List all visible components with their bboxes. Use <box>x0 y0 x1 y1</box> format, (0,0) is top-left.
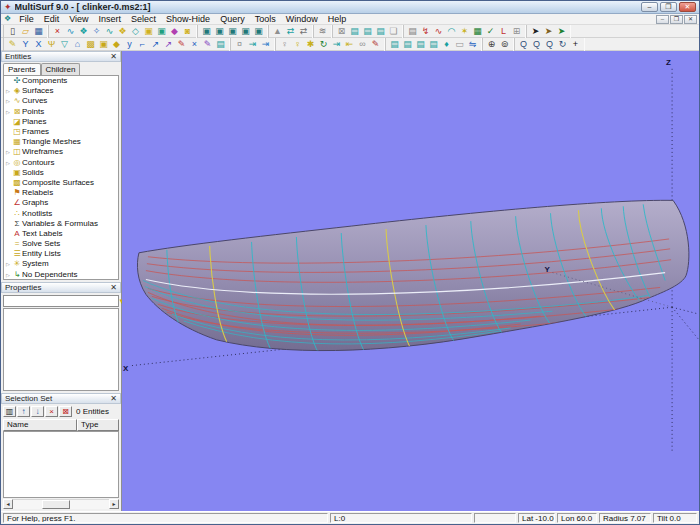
tree-item-planes[interactable]: ◪Planes <box>4 117 118 127</box>
step-fwd-icon[interactable]: ⇥ <box>330 38 343 50</box>
copy-view2-icon[interactable]: ▤ <box>401 38 414 50</box>
insert-magnet-icon[interactable]: ❖ <box>116 25 129 37</box>
tree-item-contours[interactable]: ▷◎Contours <box>4 158 118 168</box>
properties-filter-input[interactable] <box>4 296 118 306</box>
menu-tools[interactable]: Tools <box>250 14 281 25</box>
select-query-cursor-icon[interactable]: ➤ <box>555 25 568 37</box>
menu-file[interactable]: File <box>14 14 39 25</box>
insert-ring-icon[interactable]: ◇ <box>129 25 142 37</box>
selection-close-icon[interactable]: ✕ <box>110 395 117 403</box>
view-window-1-icon[interactable]: ▣ <box>200 25 213 37</box>
menu-edit[interactable]: Edit <box>39 14 65 25</box>
tree-item-solve-sets[interactable]: =Solve Sets <box>4 239 118 249</box>
corner-tool-icon[interactable]: ⌐ <box>136 38 149 50</box>
paste-entity-icon[interactable]: ▤ <box>361 25 374 37</box>
tree-item-triangle-meshes[interactable]: ▦Triangle Meshes <box>4 137 118 147</box>
tree-item-composite-surfaces[interactable]: ▩Composite Surfaces <box>4 178 118 188</box>
insert-bead-icon[interactable]: ▣ <box>142 25 155 37</box>
scroll-left-icon[interactable]: ◂ <box>3 499 13 509</box>
remove-button[interactable]: × <box>45 406 58 417</box>
insert-curve-icon[interactable]: ∿ <box>64 25 77 37</box>
open-file-icon[interactable]: ▱ <box>19 25 32 37</box>
diamond-tool-icon[interactable]: ◆ <box>110 38 123 50</box>
remove-all-button[interactable]: ⊠ <box>59 406 72 417</box>
tree-item-text-labels[interactable]: AText Labels <box>4 229 118 239</box>
save-file-icon[interactable]: ▦ <box>32 25 45 37</box>
expand-arrow-icon[interactable]: ▷ <box>4 88 12 94</box>
annotate-icon[interactable]: ✎ <box>369 38 382 50</box>
target-icon[interactable]: ⊕ <box>485 38 498 50</box>
tree-item-no-dependents[interactable]: ▷↳No Dependents <box>4 270 118 280</box>
view-window-2-icon[interactable]: ▣ <box>213 25 226 37</box>
minimize-button[interactable]: – <box>641 2 658 12</box>
tree-item-graphs[interactable]: ∠Graphs <box>4 198 118 208</box>
child-restore-button[interactable]: ❐ <box>670 15 683 24</box>
exchange-icon[interactable]: ⇋ <box>466 38 479 50</box>
tree-item-surfaces[interactable]: ▷◈Surfaces <box>4 86 118 96</box>
insert-point-icon[interactable]: ✧ <box>90 25 103 37</box>
vector-tool-icon[interactable]: ↗ <box>149 38 162 50</box>
menu-select[interactable]: Select <box>126 14 161 25</box>
pen-red-tool-icon[interactable]: ✎ <box>175 38 188 50</box>
home-tool-icon[interactable]: ⌂ <box>71 38 84 50</box>
diamond-view-icon[interactable]: ♦ <box>440 38 453 50</box>
mail-view-icon[interactable]: ▭ <box>453 38 466 50</box>
show-all-icon[interactable]: ♀ <box>291 38 304 50</box>
grid-icon[interactable]: ▤ <box>406 25 419 37</box>
x-axis-tool-icon[interactable]: X <box>32 38 45 50</box>
tab-right-icon[interactable]: ⇥ <box>246 38 259 50</box>
mesh-icon[interactable]: ▦ <box>471 25 484 37</box>
step-back-icon[interactable]: ⇤ <box>343 38 356 50</box>
comment-icon[interactable]: ❏ <box>387 25 400 37</box>
entities-close-icon[interactable]: ✕ <box>110 53 117 61</box>
tree-item-system[interactable]: ▷✳System <box>4 259 118 269</box>
columns-button[interactable]: ▥ <box>3 406 16 417</box>
tree-item-frames[interactable]: ◳Frames <box>4 127 118 137</box>
tree-item-variables-formulas[interactable]: ΣVariables & Formulas <box>4 219 118 229</box>
insert-contour-icon[interactable]: ◙ <box>181 25 194 37</box>
tree-item-solids[interactable]: ▣Solids <box>4 168 118 178</box>
view-window-4-icon[interactable]: ▣ <box>239 25 252 37</box>
arc-icon[interactable]: ◠ <box>445 25 458 37</box>
view-window-5-icon[interactable]: ▣ <box>252 25 265 37</box>
error-check-icon[interactable]: ▲ <box>271 25 284 37</box>
scroll-right-icon[interactable]: ▸ <box>109 499 119 509</box>
cell-tool-icon[interactable]: ▣ <box>97 38 110 50</box>
selection-hscrollbar[interactable]: ◂ ▸ <box>3 499 119 509</box>
rotate-view-icon[interactable]: ↻ <box>556 38 569 50</box>
maximize-button[interactable]: ❐ <box>660 2 677 12</box>
show-icon[interactable]: ♀ <box>278 38 291 50</box>
swap-view-icon[interactable]: ⇄ <box>284 25 297 37</box>
child-close-button[interactable]: ✕ <box>684 15 697 24</box>
tree-item-knotlists[interactable]: ∴Knotlists <box>4 208 118 218</box>
tab-children[interactable]: Children <box>41 63 81 75</box>
select-cursor-icon[interactable]: ➤ <box>529 25 542 37</box>
column-header-type[interactable]: Type <box>77 419 119 431</box>
menu-help[interactable]: Help <box>323 14 352 25</box>
tree-item-points[interactable]: ▷⊠Points <box>4 107 118 117</box>
copy-entity-icon[interactable]: ▤ <box>348 25 361 37</box>
view-window-3-icon[interactable]: ▣ <box>226 25 239 37</box>
tree-item-wireframes[interactable]: ▷◫Wireframes <box>4 147 118 157</box>
table-icon[interactable]: ⊞ <box>510 25 523 37</box>
zoom-window-icon[interactable]: Q <box>543 38 556 50</box>
insert-composite-icon[interactable]: ◆ <box>168 25 181 37</box>
zoom-out-icon[interactable]: Q <box>530 38 543 50</box>
tri-tool-icon[interactable]: ▽ <box>58 38 71 50</box>
copy-view4-icon[interactable]: ▤ <box>427 38 440 50</box>
zoom-in-icon[interactable]: Q <box>517 38 530 50</box>
phone-support-icon[interactable]: ↯ <box>419 25 432 37</box>
tab-right2-icon[interactable]: ⇥ <box>259 38 272 50</box>
sheet-tool-icon[interactable]: ▤ <box>214 38 227 50</box>
tree-item-components[interactable]: ✣Components <box>4 76 118 86</box>
expand-arrow-icon[interactable]: ▷ <box>4 272 12 278</box>
scroll-track[interactable] <box>13 499 109 509</box>
swap-entities-icon[interactable]: ⇄ <box>297 25 310 37</box>
tree-item-entity-lists[interactable]: ☰Entity Lists <box>4 249 118 259</box>
copy-view3-icon[interactable]: ▤ <box>414 38 427 50</box>
close-button[interactable]: ✕ <box>679 2 696 12</box>
move-down-button[interactable]: ↓ <box>31 406 44 417</box>
tab-parents[interactable]: Parents <box>3 63 41 75</box>
column-header-name[interactable]: Name <box>3 419 77 431</box>
expand-arrow-icon[interactable]: ▷ <box>4 149 12 155</box>
